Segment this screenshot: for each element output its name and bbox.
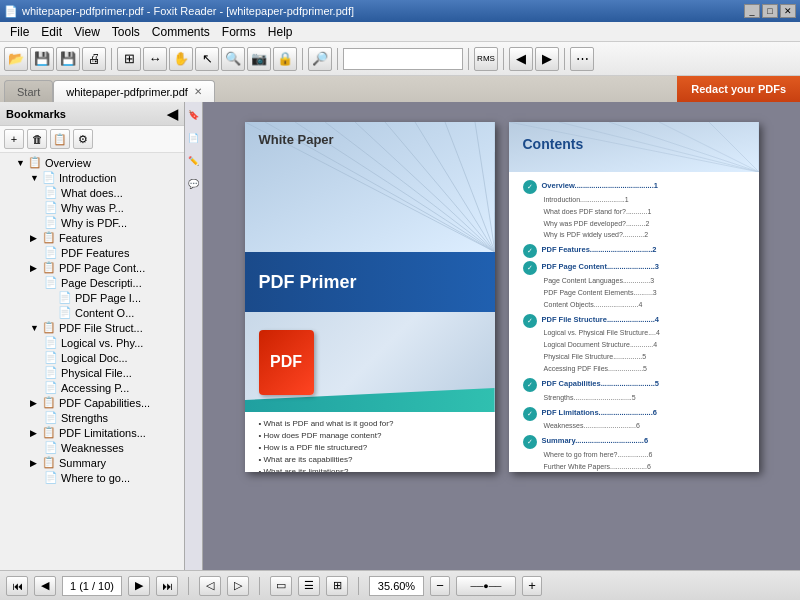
tree-item-wheretogo[interactable]: 📄 Where to go... <box>2 470 182 485</box>
save-button[interactable]: 💾 <box>30 47 54 71</box>
print-button[interactable]: 🖨 <box>82 47 106 71</box>
tree-item-whyis[interactable]: 📄 Why is PDF... <box>2 215 182 230</box>
tree-item-pdfpagei[interactable]: 📄 PDF Page I... <box>2 290 182 305</box>
zoom-level-input[interactable] <box>369 576 424 596</box>
menu-help[interactable]: Help <box>262 23 299 41</box>
toc-icon-filestruct: ✓ <box>523 314 537 328</box>
bookmark-tree: ▼ 📋 Overview ▼ 📄 Introduction 📄 What doe… <box>0 153 184 570</box>
rms-button[interactable]: RMS <box>474 47 498 71</box>
tree-item-pdffeatures[interactable]: 📄 PDF Features <box>2 245 182 260</box>
tree-item-whywas[interactable]: 📄 Why was P... <box>2 200 182 215</box>
minimize-button[interactable]: _ <box>744 4 760 18</box>
save-as-button[interactable]: 💾 <box>56 47 80 71</box>
zoom-out-button[interactable]: − <box>430 576 450 596</box>
nav-next-button[interactable]: ▶ <box>535 47 559 71</box>
zoom-slider[interactable]: ──●── <box>456 576 516 596</box>
bookmarks-icon[interactable]: 🔖 <box>188 106 200 123</box>
page2-toc-title: Contents <box>523 136 584 152</box>
annot-icon[interactable]: ✏️ <box>188 152 200 169</box>
two-page-button[interactable]: ⊞ <box>326 576 348 596</box>
tab-start[interactable]: Start <box>4 80 53 102</box>
last-page-button[interactable]: ⏭ <box>156 576 178 596</box>
chat-icon[interactable]: 💬 <box>188 175 200 192</box>
tree-item-overview[interactable]: ▼ 📋 Overview <box>2 155 182 170</box>
toc-section-cap: ✓ PDF Capabilities......................… <box>523 378 745 404</box>
lock-button[interactable]: 🔒 <box>273 47 297 71</box>
toc-heading-filestruct: PDF File Structure......................… <box>542 314 745 327</box>
page1-title: PDF Primer <box>259 272 357 293</box>
tree-item-logicalphy[interactable]: 📄 Logical vs. Phy... <box>2 335 182 350</box>
hand-tool-button[interactable]: ✋ <box>169 47 193 71</box>
pdf-page-2: Contents ✓ Overview.....................… <box>509 122 759 472</box>
nav-prev-button[interactable]: ◀ <box>509 47 533 71</box>
bullet-3: • How is a PDF file structured? <box>259 442 481 454</box>
next-page-button[interactable]: ▶ <box>128 576 150 596</box>
single-page-button[interactable]: ▭ <box>270 576 292 596</box>
bookmark-add-button[interactable]: + <box>4 129 24 149</box>
tree-item-physicalfile[interactable]: 📄 Physical File... <box>2 365 182 380</box>
tree-item-contento[interactable]: 📄 Content O... <box>2 305 182 320</box>
redact-button[interactable]: Redact your PDFs <box>677 76 800 102</box>
page1-white-paper-label: White Paper <box>259 132 334 147</box>
menu-edit[interactable]: Edit <box>35 23 68 41</box>
document-area[interactable]: White Paper PDF Primer PDF • W <box>203 102 800 570</box>
nav-back-button[interactable]: ◁ <box>199 576 221 596</box>
more-button[interactable]: ⋯ <box>570 47 594 71</box>
menu-tools[interactable]: Tools <box>106 23 146 41</box>
tree-item-strengths[interactable]: 📄 Strengths <box>2 410 182 425</box>
fit-width-button[interactable]: ↔ <box>143 47 167 71</box>
search-input[interactable] <box>343 48 463 70</box>
toc-icon-cap: ✓ <box>523 378 537 392</box>
tree-item-features[interactable]: ▶ 📋 Features <box>2 230 182 245</box>
window-controls[interactable]: _ □ ✕ <box>744 4 796 18</box>
sep6 <box>564 48 565 70</box>
snapshot-button[interactable]: 📷 <box>247 47 271 71</box>
page-number-input[interactable] <box>62 576 122 596</box>
tree-item-weaknesses[interactable]: 📄 Weaknesses <box>2 440 182 455</box>
tree-item-pdfpagecontent[interactable]: ▶ 📋 PDF Page Cont... <box>2 260 182 275</box>
toc-icon-features: ✓ <box>523 244 537 258</box>
tree-item-pdffilestruct[interactable]: ▼ 📋 PDF File Struct... <box>2 320 182 335</box>
search-button[interactable]: 🔎 <box>308 47 332 71</box>
tab-start-label: Start <box>17 86 40 98</box>
menubar: File Edit View Tools Comments Forms Help <box>0 22 800 42</box>
toc-sub-wherefrom: Where to go from here?................6 <box>542 449 745 461</box>
tree-item-accessing[interactable]: 📄 Accessing P... <box>2 380 182 395</box>
bookmark-delete-button[interactable]: 🗑 <box>27 129 47 149</box>
window-title: whitepaper-pdfprimer.pdf - Foxit Reader … <box>22 5 354 17</box>
tab-close-button[interactable]: ✕ <box>194 86 202 97</box>
menu-forms[interactable]: Forms <box>216 23 262 41</box>
nav-forward-button[interactable]: ▷ <box>227 576 249 596</box>
menu-view[interactable]: View <box>68 23 106 41</box>
toc-sub-logdoc: Logical Document Structure............4 <box>542 339 745 351</box>
tree-item-pdflim[interactable]: ▶ 📋 PDF Limitations... <box>2 425 182 440</box>
tree-item-pdfcap[interactable]: ▶ 📋 PDF Capabilities... <box>2 395 182 410</box>
tabbar: Start whitepaper-pdfprimer.pdf ✕ Redact … <box>0 76 800 102</box>
prev-page-button[interactable]: ◀ <box>34 576 56 596</box>
bookmark-options-button[interactable]: ⚙ <box>73 129 93 149</box>
close-button[interactable]: ✕ <box>780 4 796 18</box>
zoom-in-button[interactable]: + <box>522 576 542 596</box>
page1-pdf-badge-text: PDF <box>270 353 302 371</box>
tree-item-pagedescr[interactable]: 📄 Page Descripti... <box>2 275 182 290</box>
toc-sub-pagelang: Page Content Languages..............3 <box>542 275 745 287</box>
continuous-button[interactable]: ☰ <box>298 576 320 596</box>
sidebar-toggle[interactable]: ◀ <box>167 106 178 122</box>
tree-item-introduction[interactable]: ▼ 📄 Introduction <box>2 170 182 185</box>
open-button[interactable]: 📂 <box>4 47 28 71</box>
tree-item-summary[interactable]: ▶ 📋 Summary <box>2 455 182 470</box>
pages-icon[interactable]: 📄 <box>188 129 200 146</box>
sidebar-toolbar: + 🗑 📋 ⚙ <box>0 126 184 153</box>
tree-item-logicaldoc[interactable]: 📄 Logical Doc... <box>2 350 182 365</box>
menu-comments[interactable]: Comments <box>146 23 216 41</box>
first-page-button[interactable]: ⏮ <box>6 576 28 596</box>
select-button[interactable]: ↖ <box>195 47 219 71</box>
tree-item-whatdoes[interactable]: 📄 What does... <box>2 185 182 200</box>
menu-file[interactable]: File <box>4 23 35 41</box>
toc-sub-intro: Introduction.......................1 <box>542 194 745 206</box>
maximize-button[interactable]: □ <box>762 4 778 18</box>
zoom-in-tool-button[interactable]: 🔍 <box>221 47 245 71</box>
tab-document[interactable]: whitepaper-pdfprimer.pdf ✕ <box>53 80 215 102</box>
fit-page-button[interactable]: ⊞ <box>117 47 141 71</box>
bookmark-expand-button[interactable]: 📋 <box>50 129 70 149</box>
